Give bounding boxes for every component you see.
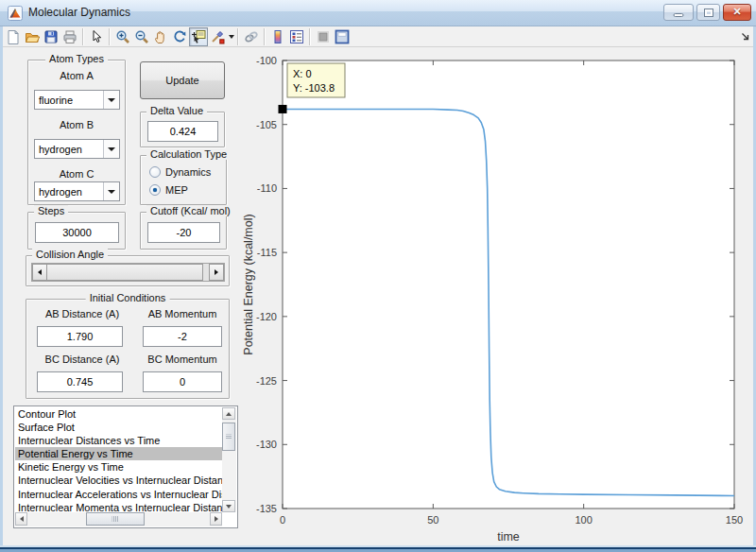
panel-title: Atom Types: [45, 53, 108, 64]
datatip-marker[interactable]: [279, 105, 287, 113]
window-edge-left: [0, 26, 3, 552]
zoom-out-icon: [134, 29, 149, 44]
arrow-left-icon: [20, 516, 24, 522]
arrow-down-icon: [226, 505, 232, 509]
steps-field[interactable]: 30000: [35, 222, 119, 243]
figure-toolbar: [0, 26, 756, 47]
ab-momentum-label: AB Momentum: [138, 308, 227, 319]
list-item[interactable]: Internuclear Distances vs Time: [15, 434, 222, 447]
atom-c-dropdown[interactable]: hydrogen: [34, 181, 120, 201]
arrow-up-icon: [226, 412, 232, 416]
scrollbar-thumb[interactable]: [86, 512, 145, 526]
hide-plot-tools-button[interactable]: [314, 27, 333, 46]
close-button[interactable]: ✕: [723, 4, 751, 21]
atom-b-dropdown[interactable]: hydrogen: [34, 139, 120, 159]
chevron-down-icon: [108, 98, 115, 102]
arrow-right-icon: [215, 516, 218, 522]
delta-value-panel: Delta Value 0.424: [140, 112, 225, 147]
list-item[interactable]: Kinetic Energy vs Time: [15, 460, 222, 474]
zoom-out-button[interactable]: [132, 27, 151, 46]
insert-legend-icon: [289, 29, 304, 44]
bc-momentum-label: BC Momentum: [138, 354, 227, 365]
chevron-down-icon: [108, 147, 115, 151]
y-tick-label: -110: [257, 182, 277, 194]
link-plot-button[interactable]: [242, 27, 261, 46]
y-tick-label: -120: [256, 311, 277, 322]
x-tick-label: 150: [726, 514, 743, 526]
atom-b-value: hydrogen: [35, 144, 103, 155]
close-icon: ✕: [724, 6, 750, 18]
hide-plot-tools-icon: [316, 29, 331, 44]
collision-angle-slider[interactable]: [31, 263, 225, 282]
toolbar-overflow-icon[interactable]: [741, 32, 750, 42]
scroll-right-button[interactable]: [210, 512, 222, 526]
print-figure-button[interactable]: [60, 27, 79, 46]
radio-selected-icon: [149, 184, 161, 196]
brush-dropdown-arrow-icon[interactable]: [229, 35, 234, 39]
ab-momentum-field[interactable]: -2: [143, 326, 222, 347]
mep-radio[interactable]: MEP: [149, 184, 188, 196]
y-tick-label: -105: [256, 119, 277, 130]
maximize-icon: [704, 9, 713, 17]
dropdown-button[interactable]: [103, 182, 119, 200]
open-file-button[interactable]: [23, 27, 42, 46]
insert-colorbar-icon: [270, 29, 285, 44]
plot-type-listbox[interactable]: Contour Plot Surface Plot Internuclear D…: [13, 405, 238, 528]
dropdown-button[interactable]: [103, 140, 119, 158]
atom-a-dropdown[interactable]: fluorine: [34, 90, 120, 110]
dynamics-radio[interactable]: Dynamics: [149, 166, 211, 178]
bc-momentum-field[interactable]: 0: [143, 371, 222, 392]
update-button[interactable]: Update: [140, 61, 225, 99]
save-figure-button[interactable]: [42, 27, 60, 46]
insert-colorbar-button[interactable]: [268, 27, 287, 46]
slider-thumb[interactable]: [47, 264, 203, 281]
pan-button[interactable]: [151, 27, 170, 46]
scrollbar-thumb[interactable]: [222, 423, 235, 451]
x-tick-label: 50: [427, 514, 438, 526]
ab-distance-field[interactable]: 1.790: [37, 326, 123, 347]
new-figure-button[interactable]: [4, 27, 23, 46]
dropdown-button[interactable]: [103, 91, 119, 109]
scroll-down-button[interactable]: [222, 500, 235, 512]
list-item[interactable]: Internuclear Accelerations vs Internucle…: [15, 488, 222, 501]
panel-title: Delta Value: [146, 105, 207, 116]
figure-canvas: Atom Types Atom A fluorine Atom B hydrog…: [0, 47, 756, 552]
cutoff-field[interactable]: -20: [147, 222, 220, 243]
bc-distance-field[interactable]: 0.745: [37, 371, 123, 392]
panel-title: Calculation Type: [146, 148, 231, 160]
brush-data-icon: [210, 29, 225, 44]
print-figure-icon: [62, 29, 77, 44]
y-tick-label: -100: [256, 55, 277, 66]
atom-a-label: Atom A: [28, 70, 125, 81]
plot-area[interactable]: 050100150-135-130-125-120-115-110-105-10…: [241, 53, 756, 552]
toolbar-separator: [309, 28, 311, 45]
list-item[interactable]: Internuclear Velocities vs Internuclear …: [15, 474, 222, 487]
rotate-3d-button[interactable]: [170, 27, 189, 46]
list-item-selected[interactable]: Potential Energy vs Time: [15, 447, 222, 460]
maximize-button[interactable]: [696, 4, 720, 21]
slider-left-arrow[interactable]: [32, 264, 47, 281]
scroll-left-button[interactable]: [15, 512, 27, 526]
edit-plot-button[interactable]: [87, 27, 106, 46]
delta-value-field[interactable]: 0.424: [147, 121, 218, 142]
save-figure-icon: [43, 29, 59, 44]
brush-data-button[interactable]: [208, 27, 227, 46]
y-axis-label: Potential Energy (kcal/mol): [242, 214, 255, 354]
scroll-up-button[interactable]: [222, 407, 235, 420]
vertical-scrollbar[interactable]: [222, 407, 236, 512]
x-tick-label: 100: [575, 514, 592, 526]
show-plot-tools-dock-button[interactable]: [333, 27, 352, 46]
list-item[interactable]: Contour Plot: [15, 407, 222, 421]
panel-title: Initial Conditions: [86, 292, 170, 303]
cutoff-panel: Cutoff (Kcal/ mol) -20: [140, 212, 227, 250]
list-item[interactable]: Internuclear Momenta vs Internuclear Dis…: [15, 501, 222, 512]
data-cursor-button[interactable]: [189, 27, 208, 46]
insert-legend-button[interactable]: [287, 27, 306, 46]
minimize-button[interactable]: [663, 4, 694, 21]
datatip-text: Y: -103.8: [293, 82, 335, 94]
zoom-in-button[interactable]: [113, 27, 132, 46]
list-item[interactable]: Surface Plot: [15, 421, 222, 434]
horizontal-scrollbar[interactable]: [15, 512, 222, 526]
toolbar-separator: [109, 28, 111, 45]
slider-right-arrow[interactable]: [209, 264, 224, 281]
